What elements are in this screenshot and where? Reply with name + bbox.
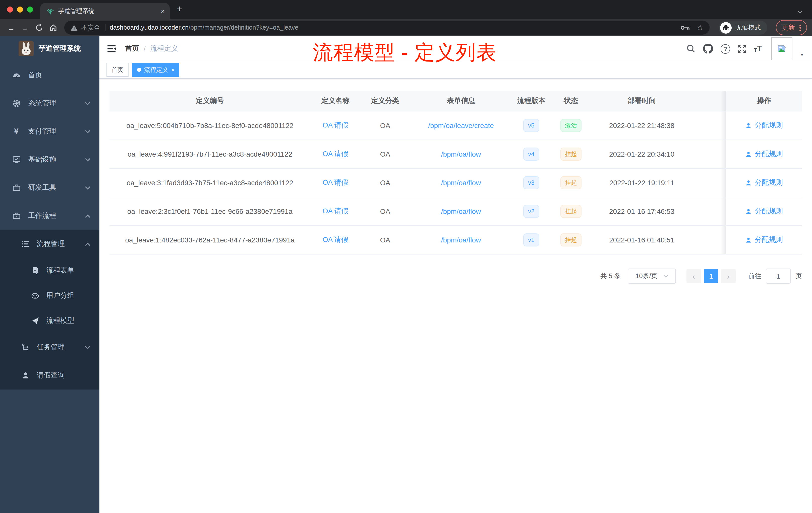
cell-category: OA <box>360 169 410 197</box>
sidebar-item-process-model[interactable]: 流程模型 <box>0 308 99 333</box>
column-header: 流程版本 <box>512 91 550 111</box>
page-size-value: 10条/页 <box>636 272 658 280</box>
sidebar-item-system[interactable]: 系统管理 <box>0 89 99 117</box>
person-icon <box>745 208 752 215</box>
sidebar-collapse-icon[interactable] <box>108 45 116 53</box>
chevron-down-icon <box>663 275 668 278</box>
tag-close-icon[interactable]: × <box>171 67 174 73</box>
definition-name-link[interactable]: OA 请假 <box>323 150 348 159</box>
browser-tab[interactable]: 芋道管理系统 × <box>40 3 170 19</box>
update-label[interactable]: 更新 <box>782 23 795 32</box>
form-link[interactable]: /bpm/oa/flow <box>441 236 481 244</box>
prev-page-button[interactable]: ‹ <box>687 269 701 283</box>
assign-rule-button[interactable]: 分配规则 <box>745 150 783 159</box>
page-url: dashboard.yudao.iocoder.cn/bpm/manager/d… <box>110 24 298 31</box>
person-icon <box>21 371 30 380</box>
column-header-actions: 操作 <box>726 91 802 111</box>
address-bar[interactable]: 不安全 dashboard.yudao.iocoder.cn/bpm/manag… <box>64 21 709 35</box>
tab-strip: 芋道管理系统 × + <box>0 0 812 19</box>
sidebar-item-process-form[interactable]: 流程表单 <box>0 258 99 283</box>
definition-name-link[interactable]: OA 请假 <box>323 235 348 244</box>
bookmark-star-icon[interactable]: ☆ <box>697 23 703 32</box>
table-header-row: 定义编号 定义名称 定义分类 表单信息 流程版本 状态 部署时间 操作 <box>110 91 802 112</box>
sidebar-item-user-group[interactable]: 用户分组 <box>0 283 99 308</box>
dashboard-icon <box>12 71 21 80</box>
assign-rule-button[interactable]: 分配规则 <box>745 178 783 187</box>
sidebar-item-payment[interactable]: ¥ 支付管理 <box>0 117 99 146</box>
minimize-window-button[interactable] <box>17 6 23 12</box>
sidebar-item-leave-query[interactable]: 请假查询 <box>0 361 99 390</box>
forward-button[interactable]: → <box>18 21 32 35</box>
form-link[interactable]: /bpm/oa/flow <box>441 179 481 187</box>
back-button[interactable]: ← <box>4 21 18 35</box>
page-jump-input[interactable] <box>766 269 791 283</box>
github-icon[interactable] <box>703 44 713 54</box>
breadcrumb-home[interactable]: 首页 <box>125 44 139 53</box>
pagination-total: 共 5 条 <box>600 272 621 280</box>
tag-label: 首页 <box>112 65 123 74</box>
tab-close-icon[interactable]: × <box>161 7 165 15</box>
sidebar-item-process-management[interactable]: 流程管理 <box>0 230 99 258</box>
sidebar: 芋道管理系统 首页 <box>0 36 99 513</box>
favicon-plant-icon <box>46 7 54 15</box>
tag-home[interactable]: 首页 <box>107 63 128 77</box>
sidebar-item-label: 研发工具 <box>28 183 77 192</box>
home-button[interactable] <box>46 21 60 35</box>
sidebar-item-task-management[interactable]: 任务管理 <box>0 333 99 361</box>
cell-deploy-time: 2022-01-16 17:46:53 <box>591 197 692 225</box>
sidebar-item-dev-tools[interactable]: 研发工具 <box>0 174 99 202</box>
page-number-1[interactable]: 1 <box>704 269 718 283</box>
tree-icon <box>21 343 30 352</box>
assign-rule-button[interactable]: 分配规则 <box>745 121 783 130</box>
definition-name-link[interactable]: OA 请假 <box>323 207 348 216</box>
tag-process-definition[interactable]: 流程定义 × <box>132 63 179 77</box>
sidebar-item-workflow[interactable]: 工作流程 <box>0 202 99 230</box>
status-badge: 挂起 <box>560 176 581 189</box>
assign-rule-button[interactable]: 分配规则 <box>745 207 783 216</box>
definition-name-link[interactable]: OA 请假 <box>323 121 348 130</box>
browser-window: 芋道管理系统 × + ← → 不安全 dashboard.yudao.iocod… <box>0 0 812 513</box>
font-size-icon[interactable]: TT <box>754 45 762 53</box>
search-icon[interactable] <box>687 44 696 53</box>
fullscreen-icon[interactable] <box>738 44 746 53</box>
browser-menu-icon[interactable] <box>800 24 801 31</box>
password-key-icon[interactable] <box>680 25 690 30</box>
reload-button[interactable] <box>32 21 46 35</box>
assign-rule-button[interactable]: 分配规则 <box>745 235 783 244</box>
new-tab-button[interactable]: + <box>177 1 182 17</box>
cell-deploy-time: 2022-01-16 01:40:51 <box>591 226 692 254</box>
tab-search-caret-icon[interactable] <box>797 10 803 14</box>
url-domain: dashboard.yudao.iocoder.cn <box>110 24 188 31</box>
security-label[interactable]: 不安全 <box>81 23 100 32</box>
page-unit-label: 页 <box>795 272 802 280</box>
avatar-caret-icon[interactable]: ▼ <box>800 53 804 57</box>
cell-definition-id: oa_leave:3:1fad3d93-7b75-11ec-a3c8-acde4… <box>110 169 310 197</box>
form-document-icon <box>31 266 39 275</box>
sidebar-item-label: 流程表单 <box>46 266 74 275</box>
status-badge: 挂起 <box>560 148 581 161</box>
person-icon <box>745 151 752 157</box>
sidebar-item-home[interactable]: 首页 <box>0 61 99 89</box>
user-avatar[interactable] <box>771 37 792 60</box>
table-row: oa_leave:5:004b710b-7b8a-11ec-8ef0-acde4… <box>110 112 802 140</box>
maximize-window-button[interactable] <box>27 6 33 12</box>
status-badge: 挂起 <box>560 233 581 246</box>
form-link[interactable]: /bpm/oa/flow <box>441 207 481 215</box>
close-window-button[interactable] <box>7 6 13 12</box>
form-link[interactable]: /bpm/oa/leave/create <box>428 121 494 129</box>
definition-table: 定义编号 定义名称 定义分类 表单信息 流程版本 状态 部署时间 操作 oa_l… <box>110 91 802 254</box>
app-logo-row[interactable]: 芋道管理系统 <box>0 36 99 61</box>
sidebar-item-infrastructure[interactable]: 基础设施 <box>0 146 99 174</box>
pagination: 共 5 条 10条/页 ‹ 1 › 前往 页 <box>110 269 802 283</box>
version-badge: v1 <box>523 233 539 246</box>
form-link[interactable]: /bpm/oa/flow <box>441 150 481 158</box>
column-header: 定义分类 <box>360 91 410 111</box>
not-secure-warning-icon <box>70 24 78 31</box>
help-icon[interactable]: ? <box>721 44 730 54</box>
definition-name-link[interactable]: OA 请假 <box>323 178 348 187</box>
browser-update-button[interactable]: 更新 <box>776 20 807 35</box>
page-size-select[interactable]: 10条/页 <box>628 269 676 283</box>
cell-category: OA <box>360 140 410 168</box>
cell-category: OA <box>360 226 410 254</box>
next-page-button[interactable]: › <box>721 269 736 283</box>
